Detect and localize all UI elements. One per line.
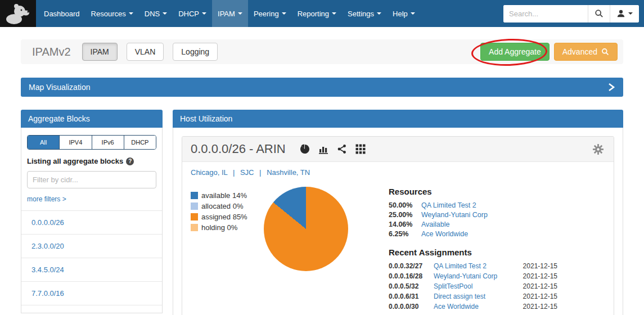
app-logo[interactable] — [0, 0, 36, 27]
filter-tab-dhcp[interactable]: DHCP — [124, 136, 156, 149]
nav-item-label: Dashboard — [44, 10, 80, 18]
add-aggregate-button[interactable]: Add Aggregate — [480, 43, 550, 61]
search-input[interactable] — [503, 5, 588, 22]
page-content: IPAMv2 IPAM VLAN Logging Add Aggregate A… — [0, 39, 644, 315]
assignment-cidr: 0.0.0.16/28 — [389, 272, 434, 280]
nav-item-settings[interactable]: Settings — [342, 0, 387, 27]
utilization-stats: Resources 50.00%QA Limited Test 2 25.00%… — [389, 187, 557, 313]
page-title: IPAMv2 — [32, 46, 71, 58]
location-breadcrumb: Chicago, IL | SJC | Nashville, TN — [182, 162, 614, 177]
assignment-row: 0.0.0.16/28Weyland-Yutani Corp2021-12-15 — [389, 272, 557, 280]
assignment-link[interactable]: SplitTestPool — [434, 282, 514, 290]
tab-ipam[interactable]: IPAM — [82, 43, 118, 61]
resource-row: 6.25%Ace Worldwide — [389, 230, 557, 238]
aggregate-block-link-2[interactable]: 3.4.5.0/24 — [21, 258, 162, 281]
bar-chart-icon[interactable] — [317, 143, 330, 155]
main-nav: Dashboard Resources DNS DHCP IPAM Peerin… — [38, 0, 421, 27]
caret-down-icon — [332, 12, 336, 15]
host-utilization-panel: Host Utilization 0.0.0.0/26 - ARIN — [173, 110, 623, 315]
chart-row: available 14% allocated 0% assigned 85% … — [182, 177, 614, 315]
resource-link[interactable]: Available — [421, 220, 450, 228]
pie-chart-icon[interactable] — [299, 143, 311, 155]
resource-percent: 50.00% — [389, 201, 421, 209]
aggregate-blocks-panel: Aggregate Blocks All IPV4 IPv6 DHCP List… — [21, 110, 163, 313]
search-icon — [601, 48, 609, 56]
location-link-2[interactable]: Nashville, TN — [267, 168, 310, 177]
aggregate-block-link-0[interactable]: 0.0.0.0/26 — [21, 210, 162, 234]
filter-tab-all[interactable]: All — [28, 136, 59, 149]
assignment-cidr: 0.0.0.0/30 — [389, 303, 434, 310]
nav-item-label: DHCP — [178, 10, 199, 18]
caret-down-icon — [163, 12, 167, 15]
filter-tab-ipv4[interactable]: IPV4 — [59, 136, 91, 149]
tab-logging[interactable]: Logging — [173, 43, 218, 61]
map-visualization-title: Map Visualization — [29, 83, 90, 92]
nav-item-dhcp[interactable]: DHCP — [173, 0, 212, 27]
assignment-row: 0.0.0.6/31Direct assign test2021-12-15 — [389, 292, 557, 300]
map-visualization-bar[interactable]: Map Visualization — [21, 78, 623, 97]
cidr-filter-input[interactable] — [27, 171, 156, 188]
location-link-0[interactable]: Chicago, IL — [191, 168, 227, 177]
resources-heading: Resources — [389, 187, 557, 196]
ipam-toolbar: IPAMv2 IPAM VLAN Logging Add Aggregate A… — [21, 39, 623, 64]
add-aggregate-wrap: Add Aggregate — [480, 43, 550, 61]
nav-item-dns[interactable]: DNS — [139, 0, 173, 27]
nav-item-ipam[interactable]: IPAM — [212, 0, 248, 27]
assignment-date: 2021-12-15 — [514, 292, 557, 300]
legend-label: available 14% — [201, 191, 247, 200]
nav-item-label: DNS — [145, 10, 160, 18]
assignment-link[interactable]: Ace Worldwide — [434, 303, 514, 310]
legend-item: available 14% — [191, 191, 254, 200]
assignment-cidr: 0.0.0.5/32 — [389, 282, 434, 290]
assignment-row: 0.0.0.32/27QA Limited Test 22021-12-15 — [389, 262, 557, 270]
resource-link[interactable]: QA Limited Test 2 — [421, 201, 476, 209]
legend-swatch — [191, 213, 198, 220]
navbar-search — [503, 5, 639, 22]
tab-vlan[interactable]: VLAN — [127, 43, 164, 61]
resource-percent: 25.00% — [389, 211, 421, 219]
nav-item-dashboard[interactable]: Dashboard — [38, 0, 85, 27]
bear-logo-icon — [5, 2, 31, 25]
gear-icon[interactable] — [591, 142, 605, 156]
assignment-link[interactable]: QA Limited Test 2 — [434, 262, 514, 270]
caret-down-icon — [238, 12, 242, 15]
more-filters-link[interactable]: more filters > — [27, 195, 66, 203]
caret-down-icon — [411, 12, 415, 15]
nav-item-label: Peering — [254, 10, 279, 18]
legend-swatch — [191, 224, 198, 231]
nav-item-reporting[interactable]: Reporting — [292, 0, 342, 27]
search-icon — [595, 9, 604, 18]
aggregate-blocks-header: Aggregate Blocks — [21, 110, 163, 128]
legend-label: allocated 0% — [201, 202, 243, 210]
resource-link[interactable]: Weyland-Yutani Corp — [421, 211, 488, 219]
grid-icon[interactable] — [354, 143, 367, 155]
nav-item-resources[interactable]: Resources — [85, 0, 139, 27]
aggregate-block-link-3[interactable]: 7.7.0.0/16 — [21, 281, 162, 305]
assignment-date: 2021-12-15 — [514, 282, 557, 290]
host-utilization-header: Host Utilization — [173, 110, 623, 128]
share-icon[interactable] — [336, 143, 348, 155]
user-menu-button[interactable] — [610, 5, 639, 22]
caret-down-icon — [129, 12, 133, 15]
search-button[interactable] — [588, 5, 610, 22]
nav-item-label: Reporting — [298, 10, 329, 18]
location-separator: | — [259, 168, 261, 177]
help-icon[interactable]: ? — [126, 158, 134, 165]
nav-item-label: Help — [393, 10, 408, 18]
chevron-right-icon — [607, 83, 615, 92]
nav-item-help[interactable]: Help — [387, 0, 421, 27]
aggregate-blocks-body: All IPV4 IPv6 DHCP Listing all aggregate… — [21, 128, 163, 313]
host-utilization-body: 0.0.0.0/26 - ARIN — [173, 128, 623, 315]
nav-item-peering[interactable]: Peering — [248, 0, 292, 27]
assignment-link[interactable]: Weyland-Yutani Corp — [434, 272, 514, 280]
filter-tab-ipv6[interactable]: IPv6 — [92, 136, 124, 149]
assignment-link[interactable]: Direct assign test — [434, 292, 514, 300]
block-card-header: 0.0.0.0/26 - ARIN — [182, 137, 614, 162]
advanced-search-button[interactable]: Advanced — [554, 43, 618, 61]
location-link-1[interactable]: SJC — [240, 168, 254, 177]
resource-row: 14.06%Available — [389, 220, 557, 228]
aggregate-block-link-1[interactable]: 2.3.0.0/20 — [21, 234, 162, 258]
legend-item: allocated 0% — [191, 202, 254, 210]
resource-link[interactable]: Ace Worldwide — [421, 230, 468, 238]
aggregate-block-list: 0.0.0.0/26 2.3.0.0/20 3.4.5.0/24 7.7.0.0… — [21, 210, 162, 315]
